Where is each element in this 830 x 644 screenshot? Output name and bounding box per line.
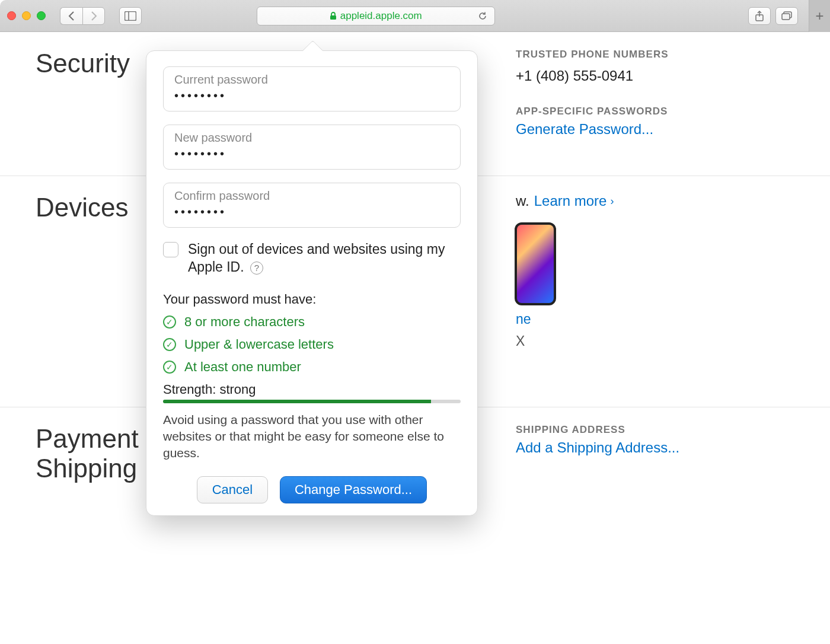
minimize-window-icon[interactable] [22,11,31,20]
cancel-button[interactable]: Cancel [197,476,268,503]
add-shipping-link[interactable]: Add a Shipping Address... [516,439,794,456]
device-name-suffix: ne [516,311,794,327]
lock-icon [330,12,337,20]
new-password-field[interactable]: New password •••••••• [163,125,461,170]
generate-password-link[interactable]: Generate Password... [516,121,794,138]
address-bar[interactable]: appleid.apple.com [257,7,495,25]
change-password-popover: Current password •••••••• New password •… [146,50,478,516]
trusted-phone-label: TRUSTED PHONE NUMBERS [516,49,794,60]
svg-rect-2 [330,15,336,20]
confirm-password-label: Confirm password [174,189,449,203]
chevron-right-icon: › [610,195,614,208]
help-icon[interactable]: ? [250,262,263,275]
new-password-value: •••••••• [174,147,449,161]
close-window-icon[interactable] [7,11,16,20]
current-password-field[interactable]: Current password •••••••• [163,66,461,111]
check-icon: ✓ [163,361,176,374]
app-specific-label: APP-SPECIFIC PASSWORDS [516,106,794,117]
current-password-value: •••••••• [174,89,449,103]
strength-label: Strength: strong [163,382,461,397]
confirm-password-value: •••••••• [174,205,449,219]
back-button[interactable] [60,7,82,25]
window-controls [7,11,46,20]
trusted-phone-value: +1 (408) 555-0941 [516,68,794,84]
check-icon: ✓ [163,315,176,329]
requirement-case: ✓ Upper & lowercase letters [163,337,461,352]
browser-toolbar: appleid.apple.com + [0,0,830,32]
reload-icon[interactable] [478,11,487,21]
svg-rect-6 [782,14,790,20]
signout-label: Sign out of devices and websites using m… [188,241,461,276]
check-icon: ✓ [163,338,176,351]
address-url: appleid.apple.com [340,10,422,22]
share-button[interactable] [748,7,771,25]
device-model-suffix: X [516,333,794,349]
sidebar-button[interactable] [119,7,142,25]
requirement-number: ✓ At least one number [163,359,461,375]
requirements-title: Your password must have: [163,292,461,307]
confirm-password-field[interactable]: Confirm password •••••••• [163,183,461,228]
new-password-label: New password [174,131,449,145]
devices-text-trail: w. [516,193,529,209]
forward-button[interactable] [82,7,105,25]
shipping-address-label: SHIPPING ADDRESS [516,424,794,436]
nav-buttons [60,7,105,25]
password-hint: Avoid using a password that you use with… [163,412,461,462]
signout-checkbox[interactable] [163,242,178,257]
device-thumbnail[interactable] [515,222,556,305]
current-password-label: Current password [174,73,449,87]
learn-more-link[interactable]: Learn more › [534,193,614,209]
strength-meter [163,400,461,403]
tabs-button[interactable] [775,7,798,25]
change-password-button[interactable]: Change Password... [280,476,427,503]
maximize-window-icon[interactable] [37,11,46,20]
strength-meter-fill [163,400,431,403]
svg-rect-0 [125,11,136,20]
requirement-length: ✓ 8 or more characters [163,314,461,330]
new-tab-button[interactable]: + [809,0,830,32]
